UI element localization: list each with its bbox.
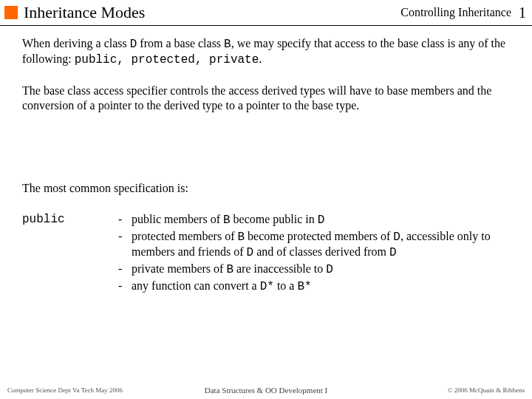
text: are inaccessible to	[233, 262, 326, 275]
list-text: protected members of B become protected …	[132, 229, 511, 260]
spec-list: - public members of B become public in D…	[118, 212, 511, 296]
text: private members of	[132, 262, 226, 275]
code-b: B	[224, 38, 231, 51]
list-item: - any function can convert a D* to a B*	[118, 279, 511, 294]
list-item: - protected members of B become protecte…	[118, 229, 511, 260]
bullet-dash-icon: -	[118, 279, 132, 294]
list-text: public members of B become public in D	[132, 212, 511, 228]
slide-footer: Computer Science Dept Va Tech May 2006 D…	[0, 386, 532, 395]
page-number: 1	[519, 4, 526, 21]
text: When deriving a class	[22, 37, 130, 50]
bullet-dash-icon: -	[118, 229, 132, 260]
text: .	[259, 52, 262, 65]
code: B*	[297, 280, 311, 293]
bullet-dash-icon: -	[118, 212, 132, 228]
code: D	[326, 263, 333, 276]
code-d: D	[130, 38, 137, 51]
spec-public: public - public members of B become publ…	[22, 212, 511, 296]
code: D	[393, 231, 400, 244]
text: from a base class	[137, 37, 224, 50]
accent-square-icon	[4, 6, 18, 19]
paragraph-2: The base class access specifier controls…	[22, 83, 511, 113]
code: D	[318, 214, 325, 227]
bullet-dash-icon: -	[118, 262, 132, 277]
code: B	[238, 231, 245, 244]
paragraph-3: The most common specification is:	[22, 181, 511, 196]
list-item: - public members of B become public in D	[118, 212, 511, 228]
footer-center: Data Structures & OO Development I	[180, 386, 352, 395]
text: protected members of	[132, 230, 238, 242]
slide-title: Inheritance Modes	[24, 3, 400, 22]
text: and of classes derived from	[253, 245, 389, 258]
list-text: private members of B are inaccessible to…	[132, 262, 511, 277]
code-specifiers: public, protected, private	[75, 53, 259, 66]
code: B	[223, 214, 231, 227]
spacer	[22, 129, 511, 181]
code: D	[389, 246, 397, 259]
footer-left: Computer Science Dept Va Tech May 2006	[7, 386, 180, 394]
code: B	[226, 263, 233, 276]
paragraph-1: When deriving a class D from a base clas…	[22, 36, 511, 67]
slide-body: When deriving a class D from a base clas…	[0, 26, 532, 296]
text: become public in	[231, 213, 318, 225]
spec-label: public	[22, 212, 118, 227]
list-text: any function can convert a D* to a B*	[132, 279, 511, 294]
text: to a	[274, 279, 298, 292]
slide: Inheritance Modes Controlling Inheritanc…	[0, 0, 532, 399]
slide-header: Inheritance Modes Controlling Inheritanc…	[0, 0, 532, 24]
code: D*	[260, 280, 274, 293]
list-item: - private members of B are inaccessible …	[118, 262, 511, 277]
slide-subtitle: Controlling Inheritance	[400, 6, 511, 19]
text: public members of	[132, 213, 223, 225]
text: become protected members of	[245, 230, 393, 242]
code: D	[247, 246, 254, 259]
footer-right: © 2006 McQuain & Ribbens	[352, 386, 525, 394]
text: any function can convert a	[132, 279, 260, 292]
